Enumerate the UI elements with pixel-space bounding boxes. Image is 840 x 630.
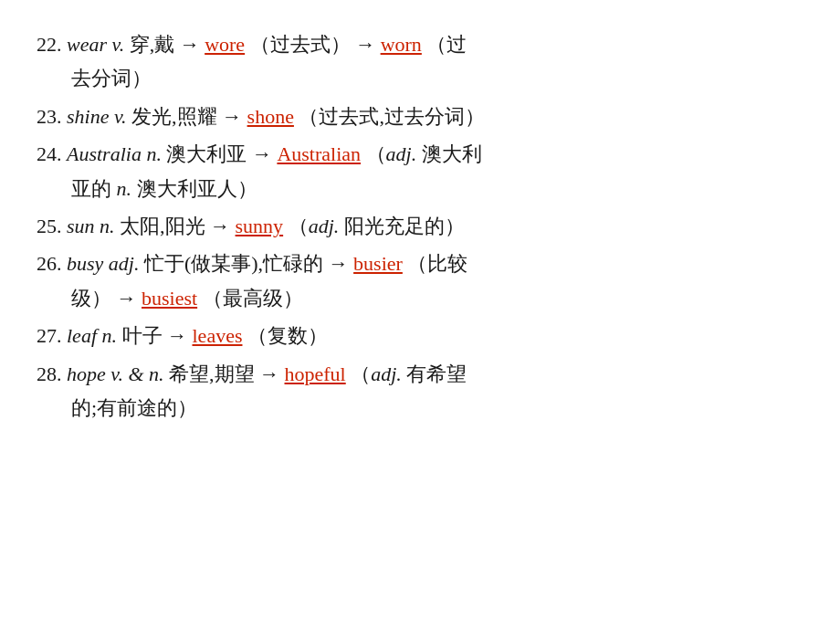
entry-26-arrow2: → <box>117 287 137 310</box>
entry-27-cn: 叶子 <box>122 324 163 347</box>
entry-28-line2: 的;有前途的） <box>37 391 803 425</box>
entry-27: 27. leaf n. 叶子 → leaves （复数） <box>37 319 803 352</box>
entry-23-desc1: （过去式,过去分词） <box>299 105 485 128</box>
entry-26-desc2: （最高级） <box>203 287 303 310</box>
entry-28-pos2: adj. <box>371 362 402 385</box>
entry-24-cn: 澳大利亚 <box>166 142 247 165</box>
entry-24-line2: 亚的 n. 澳大利亚人） <box>37 172 803 205</box>
entry-22-word: wear <box>67 33 112 56</box>
entry-27-word: leaf <box>67 324 102 347</box>
entry-23-line1: 23. shine v. 发光,照耀 → shone （过去式,过去分词） <box>37 100 803 133</box>
entry-22-form1: wore <box>205 33 245 56</box>
entry-28-form1: hopeful <box>285 362 346 385</box>
entry-24-pos2: adj. <box>386 142 417 165</box>
entry-28-num: 28. <box>37 362 62 385</box>
entry-26-cont1: 级） <box>71 287 111 310</box>
entry-25-word: sun <box>67 215 100 237</box>
entry-23-form1: shone <box>247 105 294 128</box>
entry-26-form2: busiest <box>142 287 197 310</box>
entry-28-cont: 的;有前途的） <box>71 396 197 419</box>
entry-24: 24. Australia n. 澳大利亚 → Australian （adj.… <box>37 137 803 205</box>
entry-24-word: Australia <box>67 142 146 165</box>
entry-28-open: （ <box>351 362 371 385</box>
entry-27-num: 27. <box>37 324 62 347</box>
entry-26-word: busy <box>67 252 109 275</box>
entry-24-desc2: 澳大利 <box>422 142 482 165</box>
entry-26-line1: 26. busy adj. 忙于(做某事),忙碌的 → busier （比较 <box>37 247 803 280</box>
entry-26: 26. busy adj. 忙于(做某事),忙碌的 → busier （比较 级… <box>37 247 803 315</box>
entry-22-arrow2: → <box>355 33 375 56</box>
entry-27-arrow1: → <box>167 324 187 347</box>
entry-22-num: 22. <box>37 33 62 56</box>
entry-22-arrow1: → <box>180 33 200 56</box>
entry-22-cn: 穿,戴 <box>130 33 175 56</box>
entry-23-num: 23. <box>37 105 62 128</box>
entry-27-line1: 27. leaf n. 叶子 → leaves （复数） <box>37 319 803 352</box>
entry-26-arrow1: → <box>329 252 349 275</box>
entry-25: 25. sun n. 太阳,阳光 → sunny （adj. 阳光充足的） <box>37 209 803 243</box>
entry-25-desc2: 阳光充足的） <box>344 215 465 237</box>
entry-22-desc1: （过去式） <box>250 33 351 56</box>
entry-22: 22. wear v. 穿,戴 → wore （过去式） → worn （过 去… <box>37 27 803 96</box>
entry-25-open: （ <box>289 215 309 237</box>
entry-26-form1: busier <box>353 252 403 275</box>
entry-22-pos: v. <box>112 33 125 56</box>
entry-23: 23. shine v. 发光,照耀 → shone （过去式,过去分词） <box>37 100 803 133</box>
entry-24-cont: 亚的 n. 澳大利亚人） <box>71 177 257 200</box>
entry-22-desc2: （过 <box>426 33 467 56</box>
entry-27-desc1: （复数） <box>247 324 328 347</box>
entry-28-pos: v. & n. <box>110 362 163 385</box>
entry-25-cn: 太阳,阳光 <box>120 215 205 237</box>
entry-25-pos2: adj. <box>309 215 340 237</box>
entry-26-cn: 忙于(做某事),忙碌的 <box>144 252 323 275</box>
entry-28-arrow1: → <box>259 362 279 385</box>
entry-28-word: hope <box>67 362 110 385</box>
entry-25-line1: 25. sun n. 太阳,阳光 → sunny （adj. 阳光充足的） <box>37 209 803 243</box>
entry-24-num: 24. <box>37 142 62 165</box>
entry-24-arrow1: → <box>252 142 272 165</box>
entry-26-desc1: （比较 <box>407 252 467 275</box>
entry-22-line1: 22. wear v. 穿,戴 → wore （过去式） → worn （过 <box>37 27 803 61</box>
main-content: 22. wear v. 穿,戴 → wore （过去式） → worn （过 去… <box>37 27 803 425</box>
entry-28-desc2: 有希望 <box>406 362 467 385</box>
entry-28-line1: 28. hope v. & n. 希望,期望 → hopeful （adj. 有… <box>37 357 803 391</box>
entry-26-line2: 级） → busiest （最高级） <box>37 281 803 315</box>
entry-24-form1: Australian <box>277 142 361 165</box>
entry-27-pos: n. <box>102 324 118 347</box>
entry-28: 28. hope v. & n. 希望,期望 → hopeful （adj. 有… <box>37 357 803 425</box>
entry-23-arrow1: → <box>222 105 242 128</box>
entry-22-cont: 去分词） <box>71 67 152 89</box>
entry-24-open: （ <box>366 142 386 165</box>
entry-24-pos: n. <box>146 142 162 165</box>
entry-24-line1: 24. Australia n. 澳大利亚 → Australian （adj.… <box>37 137 803 171</box>
entry-23-pos: v. <box>114 105 127 128</box>
entry-25-pos: n. <box>100 215 115 237</box>
entry-26-pos: adj. <box>109 252 140 275</box>
entry-23-cn: 发光,照耀 <box>131 105 217 128</box>
entry-25-num: 25. <box>37 215 62 237</box>
entry-26-num: 26. <box>37 252 62 275</box>
entry-25-form1: sunny <box>236 215 284 237</box>
entry-22-line2: 去分词） <box>37 61 803 95</box>
entry-22-form2: worn <box>381 33 422 56</box>
entry-28-cn: 希望,期望 <box>169 362 255 385</box>
entry-25-arrow1: → <box>210 215 230 237</box>
entry-27-form1: leaves <box>193 324 243 347</box>
entry-23-word: shine <box>67 105 114 128</box>
